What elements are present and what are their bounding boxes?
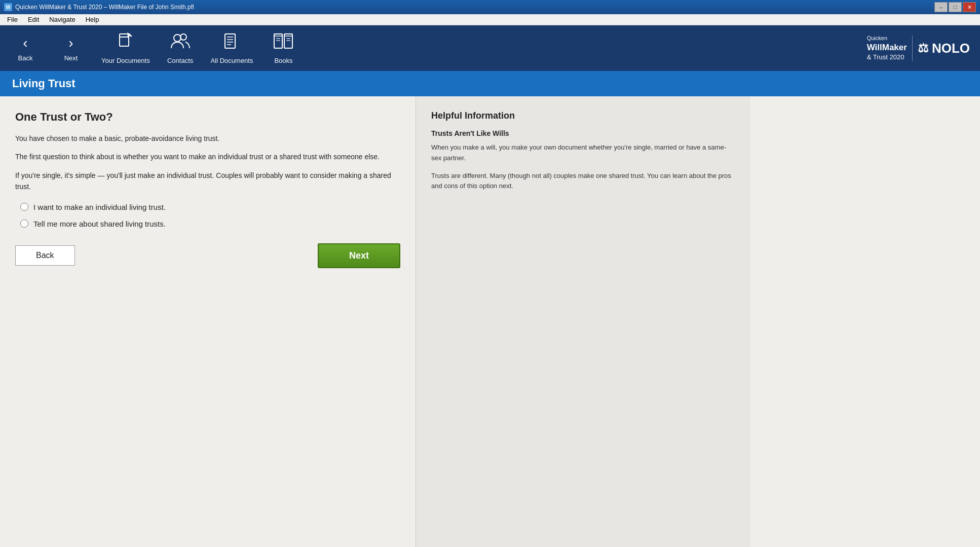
contacts-icon [170,32,191,54]
back-button[interactable]: Back [15,245,75,266]
maximize-button[interactable]: □ [949,2,962,12]
radio-individual-label: I want to make an individual living trus… [33,203,166,211]
menu-file[interactable]: File [2,15,23,24]
svg-rect-5 [225,34,235,48]
your-documents-icon [117,32,135,54]
description-2: The first question to think about is whe… [15,151,400,162]
toolbar-contacts-label: Contacts [167,57,193,64]
svg-point-4 [180,34,186,40]
window-title: Quicken WillMaker & Trust 2020 – WillMak… [15,4,194,11]
section-header: Living Trust [0,71,980,96]
menu-help[interactable]: Help [81,15,104,24]
willmaker-label: WillMaker [867,42,907,53]
title-bar: W Quicken WillMaker & Trust 2020 – WillM… [0,0,980,14]
radio-individual[interactable] [20,203,28,211]
toolbar: ‹ Back › Next Your Documents Cont [0,25,980,71]
radio-option-individual[interactable]: I want to make an individual living trus… [20,203,400,211]
main-content: One Trust or Two? You have chosen to mak… [0,96,980,547]
trust-label: & Trust 2020 [867,53,907,62]
helpful-text-2: Trusts are different. Many (though not a… [431,171,735,192]
radio-shared-label: Tell me more about shared living trusts. [33,220,166,228]
all-documents-icon [223,32,241,54]
section-title: Living Trust [12,77,76,90]
menu-navigate[interactable]: Navigate [44,15,80,24]
nolo-label: NOLO [932,41,970,56]
minimize-button[interactable]: – [934,2,948,12]
quicken-label: Quicken [867,34,907,42]
scale-icon: ⚖ [918,41,929,55]
radio-group: I want to make an individual living trus… [20,203,400,228]
title-bar-title-area: W Quicken WillMaker & Trust 2020 – WillM… [4,3,194,11]
description-1: You have chosen to make a basic, probate… [15,133,400,144]
toolbar-all-documents-label: All Documents [211,57,253,64]
brand-divider [912,35,913,61]
button-row: Back Next [15,243,400,268]
toolbar-back-label: Back [18,54,33,62]
svg-point-3 [174,34,181,42]
close-button[interactable]: ✕ [963,2,976,12]
toolbar-contacts-button[interactable]: Contacts [165,32,196,64]
back-arrow-icon: ‹ [23,35,27,51]
question-title: One Trust or Two? [15,111,400,124]
toolbar-books-label: Books [274,57,292,64]
toolbar-all-documents-button[interactable]: All Documents [211,32,253,64]
toolbar-your-documents-label: Your Documents [101,57,150,64]
next-button[interactable]: Next [318,243,400,268]
helpful-subtitle: Trusts Aren't Like Wills [431,129,735,137]
right-panel: Helpful Information Trusts Aren't Like W… [416,96,750,547]
nolo-brand: ⚖ NOLO [918,41,970,56]
toolbar-next-button[interactable]: › Next [56,35,86,62]
books-icon [273,32,293,54]
radio-shared[interactable] [20,220,28,228]
app-icon: W [4,3,12,11]
next-arrow-icon: › [68,35,73,51]
toolbar-your-documents-button[interactable]: Your Documents [101,32,150,64]
radio-option-shared[interactable]: Tell me more about shared living trusts. [20,220,400,228]
helpful-title: Helpful Information [431,111,735,121]
toolbar-books-button[interactable]: Books [268,32,298,64]
willmaker-brand: Quicken WillMaker & Trust 2020 [867,34,907,61]
menu-bar: File Edit Navigate Help [0,14,980,25]
toolbar-back-button[interactable]: ‹ Back [10,35,41,62]
menu-edit[interactable]: Edit [23,15,44,24]
left-panel: One Trust or Two? You have chosen to mak… [0,96,416,547]
brand-area: Quicken WillMaker & Trust 2020 ⚖ NOLO [867,34,970,61]
toolbar-next-label: Next [64,54,78,62]
helpful-text-1: When you make a will, you make your own … [431,142,735,164]
description-3: If you're single, it's simple — you'll j… [15,170,400,193]
window-controls: – □ ✕ [934,2,976,12]
